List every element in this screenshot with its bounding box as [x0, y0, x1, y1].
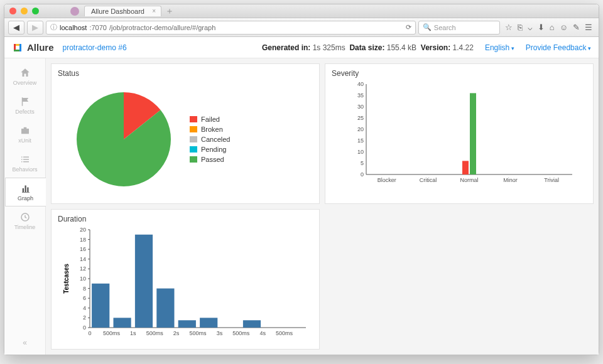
sidebar-item-label: xUnit: [18, 137, 31, 144]
traffic-lights: [9, 8, 39, 14]
sidebar-item-label: Overview: [13, 80, 37, 86]
svg-rect-56: [135, 235, 153, 328]
svg-text:3s: 3s: [217, 330, 223, 336]
legend-item: Canceled: [190, 136, 230, 143]
svg-text:4s: 4s: [259, 330, 266, 336]
forward-button[interactable]: ▶: [27, 21, 43, 35]
app-body: Overview Defects xUnit Behaviors Graph: [4, 58, 599, 355]
legend-label: Canceled: [201, 136, 230, 143]
url-port: :7070: [89, 24, 107, 31]
card-title: Status: [58, 69, 313, 78]
svg-text:Testcases: Testcases: [63, 264, 70, 294]
svg-text:20: 20: [357, 126, 364, 132]
sidebar-item-defects[interactable]: Defects: [4, 91, 45, 120]
chart-panels: Status FailedBrokenCanceledPendingPassed…: [46, 58, 599, 355]
svg-text:Normal: Normal: [460, 177, 478, 183]
feedback-link[interactable]: Provide Feedback: [526, 43, 591, 52]
legend-swatch: [190, 116, 197, 122]
svg-text:1s: 1s: [130, 330, 136, 336]
svg-text:18: 18: [80, 237, 86, 243]
collapse-sidebar-button[interactable]: «: [23, 338, 27, 347]
profile-avatar-icon: [70, 7, 79, 16]
menu-icon[interactable]: ☰: [585, 23, 592, 32]
clock-icon: [19, 211, 31, 223]
sidebar-item-label: Timeline: [14, 224, 36, 230]
site-info-icon[interactable]: ⓘ: [50, 23, 57, 32]
close-window-button[interactable]: [9, 8, 16, 14]
browser-tab[interactable]: Allure Dashboard ×: [84, 6, 161, 16]
sidebar-item-xunit[interactable]: xUnit: [4, 120, 45, 149]
legend-swatch: [190, 126, 197, 132]
svg-text:4: 4: [83, 305, 86, 311]
status-card: Status FailedBrokenCanceledPendingPassed: [51, 63, 320, 204]
url-path: /job/protractor-demo/allure/#/graph: [109, 24, 215, 31]
legend-item: Broken: [190, 126, 230, 133]
home-icon[interactable]: ⌂: [550, 23, 555, 32]
svg-text:Minor: Minor: [503, 177, 518, 183]
browser-window: Allure Dashboard × ＋ ◀ ▶ ⓘ localhost:707…: [4, 4, 599, 355]
svg-rect-66: [243, 320, 261, 328]
svg-rect-58: [156, 289, 174, 328]
brand-name: Allure: [27, 42, 54, 53]
language-selector[interactable]: English: [485, 43, 514, 52]
svg-text:2: 2: [83, 314, 86, 321]
sidebar-item-behaviors[interactable]: Behaviors: [4, 149, 45, 178]
legend-swatch: [190, 146, 197, 153]
svg-rect-19: [470, 93, 476, 174]
browser-search-box[interactable]: 🔍 Search: [418, 21, 500, 35]
breadcrumb-link[interactable]: protractor-demo #6: [63, 43, 127, 52]
smiley-icon[interactable]: ☺: [560, 23, 568, 32]
downloads-icon[interactable]: ⬇: [538, 23, 545, 32]
duration-histogram: 02468101214161820Testcases0500ms1s500ms2…: [58, 226, 313, 339]
legend-label: Broken: [201, 126, 223, 133]
svg-rect-18: [462, 161, 469, 174]
minimize-window-button[interactable]: [21, 8, 28, 14]
svg-text:30: 30: [357, 104, 364, 110]
card-title: Severity: [332, 69, 587, 78]
search-placeholder: Search: [434, 24, 456, 31]
legend-item: Passed: [190, 156, 230, 163]
bar-chart-icon: [20, 183, 31, 194]
allure-logo-icon: [12, 42, 23, 53]
sidebar-item-label: Graph: [18, 195, 33, 201]
svg-text:500ms: 500ms: [146, 330, 164, 336]
sidebar-item-label: Defects: [15, 109, 35, 115]
header-stats: Generated in: 1s 325ms Data size: 155.4 …: [262, 43, 474, 52]
side-nav: Overview Defects xUnit Behaviors Graph: [4, 58, 46, 355]
svg-text:10: 10: [357, 149, 364, 155]
status-pie-chart: [73, 89, 174, 190]
bookmark-icon[interactable]: ☆: [505, 23, 513, 32]
reload-icon[interactable]: ⟳: [406, 23, 411, 31]
svg-rect-60: [178, 320, 196, 328]
pocket-icon[interactable]: ⌵: [528, 23, 533, 32]
sidebar-item-timeline[interactable]: Timeline: [4, 206, 45, 235]
back-button[interactable]: ◀: [8, 21, 24, 35]
sidebar-item-graph[interactable]: Graph: [5, 178, 46, 206]
svg-text:Critical: Critical: [420, 177, 437, 183]
svg-text:10: 10: [80, 276, 86, 282]
share-icon[interactable]: ⎘: [518, 23, 523, 32]
svg-text:6: 6: [83, 295, 86, 301]
url-bar[interactable]: ⓘ localhost:7070/job/protractor-demo/all…: [46, 21, 416, 35]
sidebar-item-label: Behaviors: [12, 166, 37, 173]
legend-item: Failed: [190, 115, 230, 123]
sidebar-item-overview[interactable]: Overview: [4, 62, 45, 91]
duration-card: Duration 02468101214161820Testcases0500m…: [51, 209, 320, 350]
close-tab-icon[interactable]: ×: [152, 8, 156, 14]
svg-text:2s: 2s: [173, 330, 180, 336]
browser-toolbar: ◀ ▶ ⓘ localhost:7070/job/protractor-demo…: [4, 18, 599, 37]
svg-text:25: 25: [357, 115, 364, 121]
new-tab-button[interactable]: ＋: [165, 6, 174, 17]
svg-text:14: 14: [80, 256, 86, 262]
legend-swatch: [190, 156, 197, 163]
svg-text:40: 40: [357, 81, 364, 87]
svg-text:16: 16: [80, 246, 86, 252]
svg-text:500ms: 500ms: [276, 330, 293, 336]
svg-text:0: 0: [83, 324, 86, 331]
svg-text:0: 0: [88, 330, 91, 336]
zoom-window-button[interactable]: [32, 8, 39, 14]
flag-icon: [19, 96, 31, 107]
svg-text:12: 12: [80, 265, 86, 272]
devtools-icon[interactable]: ✎: [573, 23, 580, 32]
svg-rect-52: [92, 284, 109, 328]
